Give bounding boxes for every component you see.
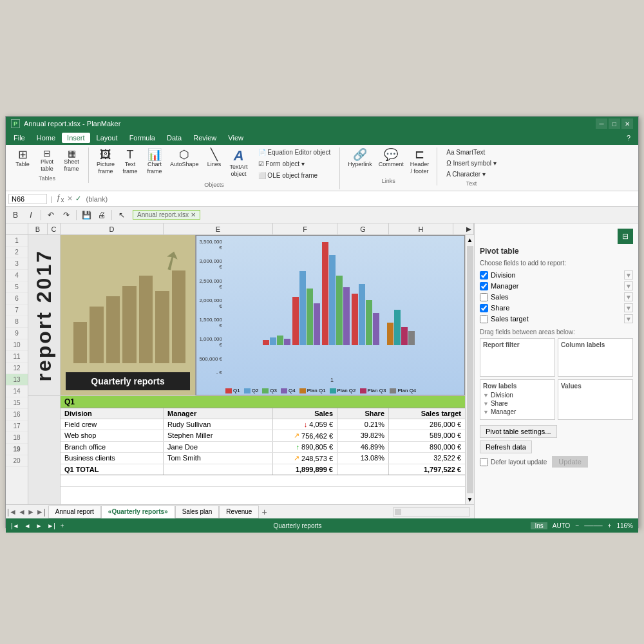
ribbon-hyperlink-btn[interactable]: 🔗 Hyperlink xyxy=(345,147,375,169)
row-17[interactable]: 17 xyxy=(6,421,28,432)
toolbar-redo-btn[interactable]: ↷ xyxy=(59,209,73,222)
ribbon-autoshape-btn[interactable]: ⬡ AutoShape xyxy=(167,147,202,169)
row-3[interactable]: 3 xyxy=(6,258,28,270)
table-row[interactable]: Web shop Stephen Miller ↗ 756,462 € 39.8… xyxy=(61,430,465,442)
row-14[interactable]: 14 xyxy=(6,386,28,397)
row-9[interactable]: 9 xyxy=(6,328,28,339)
status-nav-prev[interactable]: ◄ xyxy=(24,522,31,529)
status-nav-first[interactable]: |◄ xyxy=(11,522,19,529)
ribbon-comment-btn[interactable]: 💬 Comment xyxy=(376,147,406,169)
menu-layout[interactable]: Layout xyxy=(91,133,123,143)
toolbar-bold-btn[interactable]: B xyxy=(8,209,23,222)
toolbar-cursor-btn[interactable]: ↖ xyxy=(115,209,129,222)
toolbar-save-btn[interactable]: 💾 xyxy=(79,209,93,222)
status-zoom-slider[interactable]: ──── xyxy=(584,522,602,529)
ribbon-textart-btn[interactable]: A TextArtobject xyxy=(227,147,251,179)
pivot-panel-icon[interactable]: ⊟ xyxy=(618,229,633,244)
sheet-tab-revenue[interactable]: Revenue xyxy=(219,506,259,518)
row-18[interactable]: 18 xyxy=(6,432,28,444)
pivot-checkbox-sales[interactable] xyxy=(480,293,488,301)
scroll-right[interactable]: ▶ xyxy=(464,225,473,232)
row-16[interactable]: 16 xyxy=(6,409,28,421)
add-sheet-btn[interactable]: + xyxy=(261,507,267,517)
maximize-button[interactable]: □ xyxy=(609,118,620,129)
col-header-f[interactable]: F xyxy=(273,223,337,234)
ribbon-ole-btn[interactable]: ⬜ OLE object frame xyxy=(254,171,335,180)
pivot-settings-btn[interactable]: Pivot table settings... xyxy=(480,425,557,438)
row-6[interactable]: 6 xyxy=(6,293,28,305)
col-header-c[interactable]: C xyxy=(48,223,61,234)
status-nav-last[interactable]: ►| xyxy=(47,522,55,529)
pivot-arrow-sales-target[interactable]: ▼ xyxy=(624,314,633,323)
row-11[interactable]: 11 xyxy=(6,351,28,363)
row-19[interactable]: 19 xyxy=(6,444,28,455)
ribbon-chart-btn[interactable]: 📊 Chartframe xyxy=(143,147,166,176)
sheet-tab-annual-report[interactable]: Annual report xyxy=(48,506,101,518)
sheet-tab-sales-plan[interactable]: Sales plan xyxy=(175,506,220,518)
row-12[interactable]: 12 xyxy=(6,363,28,374)
pivot-refresh-btn[interactable]: Refresh data xyxy=(480,440,532,453)
table-row[interactable]: Branch office Jane Doe ↑ 890,805 € 46.89… xyxy=(61,442,465,453)
ribbon-equation-btn[interactable]: 📄 Equation Editor object xyxy=(254,147,335,157)
h-scroll-thumb[interactable] xyxy=(395,509,401,515)
status-zoom-out[interactable]: − xyxy=(575,522,579,529)
pivot-checkbox-division[interactable] xyxy=(480,271,488,279)
menu-data[interactable]: Data xyxy=(162,133,187,143)
toolbar-italic-btn[interactable]: I xyxy=(24,209,38,222)
col-header-b[interactable]: B xyxy=(28,223,48,234)
sheet-nav-prev[interactable]: ◄ xyxy=(18,507,26,516)
formula-input[interactable] xyxy=(84,195,636,203)
ribbon-symbol-btn[interactable]: Ω Insert symbol ▾ xyxy=(442,158,500,168)
menu-file[interactable]: File xyxy=(8,133,30,143)
cell-reference-input[interactable] xyxy=(8,194,47,204)
menu-view[interactable]: View xyxy=(223,133,249,143)
row-1[interactable]: 1 xyxy=(6,235,28,247)
close-button[interactable]: ✕ xyxy=(621,118,633,129)
table-row[interactable]: Field crew Rudy Sullivan ↓ 4,059 € 0.21%… xyxy=(61,419,465,430)
table-row[interactable]: Business clients Tom Smith ↗ 248,573 € 1… xyxy=(61,453,465,464)
row-20[interactable]: 20 xyxy=(6,455,28,467)
pivot-arrow-division[interactable]: ▼ xyxy=(624,270,633,279)
sheet-tab-quarterly-reports[interactable]: «Quarterly reports» xyxy=(101,506,175,518)
row-13[interactable]: 13 xyxy=(6,374,28,386)
row-15[interactable]: 15 xyxy=(6,397,28,409)
col-header-g[interactable]: G xyxy=(337,223,389,234)
ribbon-pivot-btn[interactable]: ⊟ Pivottable xyxy=(35,147,59,174)
toolbar-undo-btn[interactable]: ↶ xyxy=(44,209,58,222)
row-7[interactable]: 7 xyxy=(6,305,28,316)
horizontal-scrollbar[interactable] xyxy=(393,507,470,516)
vertical-scrollbar[interactable]: ▲ ▼ xyxy=(465,235,474,504)
ribbon-sheet-frame-btn[interactable]: ▦ Sheetframe xyxy=(60,147,83,174)
toolbar-print-btn[interactable]: 🖨 xyxy=(95,209,109,222)
pivot-checkbox-manager[interactable] xyxy=(480,282,488,290)
menu-home[interactable]: Home xyxy=(32,133,61,143)
sheet-nav-last[interactable]: ►| xyxy=(36,507,46,516)
menu-review[interactable]: Review xyxy=(188,133,222,143)
col-header-e[interactable]: E xyxy=(164,223,273,234)
menu-formula[interactable]: Formula xyxy=(124,133,160,143)
row-2[interactable]: 2 xyxy=(6,247,28,258)
pivot-arrow-share[interactable]: ▼ xyxy=(624,303,633,312)
ribbon-picture-btn[interactable]: 🖼 Pictureframe xyxy=(94,147,117,176)
defer-checkbox[interactable] xyxy=(480,458,488,466)
update-btn[interactable]: Update xyxy=(552,456,587,468)
ribbon-header-btn[interactable]: ⊏ Header/ footer xyxy=(408,147,432,176)
col-header-d[interactable]: D xyxy=(61,223,164,234)
status-add-sheet[interactable]: + xyxy=(61,522,64,529)
row-5[interactable]: 5 xyxy=(6,281,28,293)
ribbon-table-btn[interactable]: ⊞ Table xyxy=(11,147,34,169)
pivot-arrow-manager[interactable]: ▼ xyxy=(624,281,633,290)
pivot-checkbox-share[interactable] xyxy=(480,304,488,312)
row-8[interactable]: 8 xyxy=(6,316,28,328)
ribbon-character-btn[interactable]: A Character ▾ xyxy=(442,169,500,179)
sheet-nav-first[interactable]: |◄ xyxy=(7,507,17,516)
status-zoom-in[interactable]: + xyxy=(608,522,612,529)
scroll-down-btn[interactable]: ▼ xyxy=(466,495,474,504)
menu-help[interactable]: ? xyxy=(621,133,636,143)
row-4[interactable]: 4 xyxy=(6,270,28,281)
ribbon-smarttext-btn[interactable]: Aa SmartText xyxy=(442,147,500,157)
menu-insert[interactable]: Insert xyxy=(62,133,90,143)
status-nav-next[interactable]: ► xyxy=(35,522,42,529)
ribbon-text-frame-btn[interactable]: T Textframe xyxy=(118,147,142,176)
pivot-arrow-sales[interactable]: ▼ xyxy=(624,292,633,301)
